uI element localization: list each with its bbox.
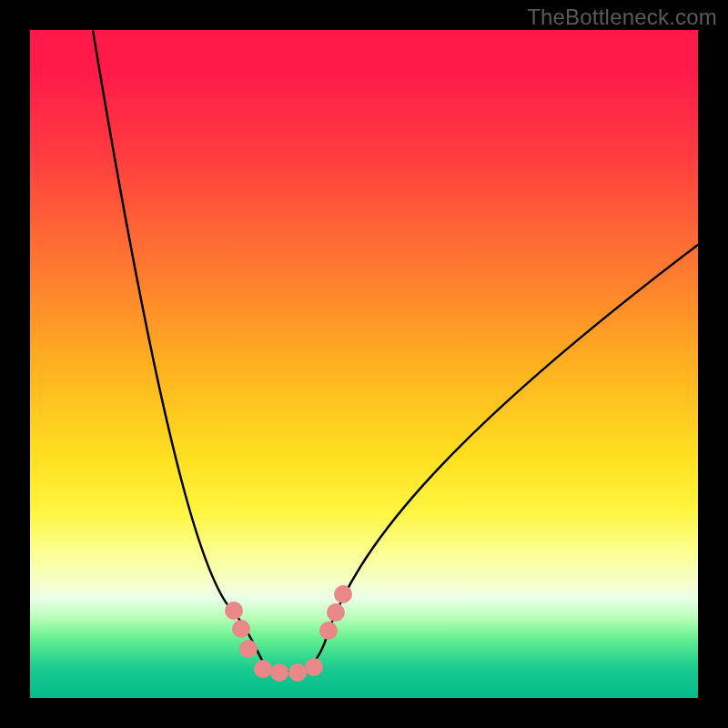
plot-area <box>30 30 698 698</box>
data-marker <box>327 603 345 622</box>
data-marker <box>270 663 288 682</box>
data-marker <box>319 622 338 640</box>
data-marker <box>334 585 352 603</box>
data-marker <box>225 602 243 620</box>
data-marker <box>254 660 272 678</box>
data-marker <box>232 620 250 638</box>
watermark-text: TheBottleneck.com <box>527 5 717 30</box>
curve-layer <box>30 30 698 698</box>
bottleneck-curve <box>93 30 698 672</box>
data-marker <box>288 663 307 682</box>
data-marker <box>305 658 323 676</box>
chart-frame: TheBottleneck.com <box>0 0 728 728</box>
data-marker <box>239 640 258 658</box>
marker-group <box>225 585 352 682</box>
